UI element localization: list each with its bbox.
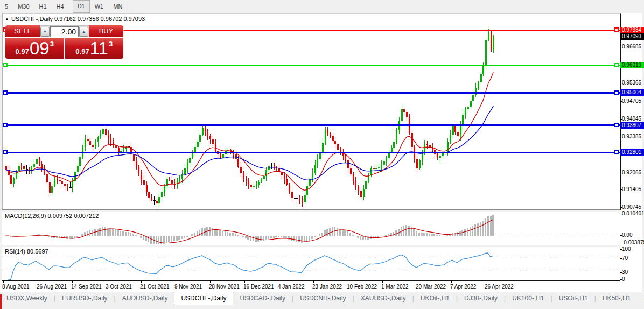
- date-tick: [176, 281, 176, 283]
- date-label: 10 Feb 2022: [347, 284, 377, 290]
- chart-tab-xauusd-daily[interactable]: XAUUSD-,Daily: [354, 292, 412, 305]
- chart-tab-dj30-daily[interactable]: DJ30-,Daily: [458, 292, 504, 305]
- volume-input[interactable]: 2.00: [50, 26, 79, 37]
- timeframe-button-h4[interactable]: H4: [52, 1, 69, 12]
- timeframe-button-w1[interactable]: W1: [90, 1, 109, 12]
- date-label: 26 Aug 2021: [37, 284, 67, 290]
- rsi-indicator-canvas[interactable]: [2, 247, 620, 281]
- chevron-up-icon: ▲: [82, 30, 86, 33]
- date-tick: [382, 281, 383, 283]
- rsi-label: RSI(14) 80.5697: [5, 248, 48, 255]
- ask-price-pipette: 3: [109, 40, 113, 48]
- chart-symbol-label: USDCHF-,Daily: [11, 16, 53, 22]
- date-tick: [72, 281, 73, 283]
- timeframe-button-5[interactable]: 5: [0, 1, 13, 12]
- bid-price-prefix: 0.97: [16, 47, 29, 55]
- date-label: 8 Aug 2021: [2, 284, 30, 290]
- date-tick: [244, 281, 245, 283]
- timeframe-toolbar: 5M30H1H4D1W1MN: [0, 0, 644, 12]
- date-label: 7 Apr 2022: [450, 284, 476, 290]
- bid-price-pipette: 3: [50, 40, 54, 48]
- chart-tab-eurusd-daily[interactable]: EURUSD-,Daily: [55, 292, 114, 305]
- chart-ohlc-values: 0.97162 0.97356 0.96702 0.97093: [54, 16, 145, 22]
- toolbar-separator: [129, 2, 129, 11]
- collapse-arrow-icon[interactable]: ▲: [5, 17, 9, 22]
- macd-label: MACD(12,26,9) 0.009752 0.007212: [5, 213, 99, 219]
- volume-increase-button[interactable]: ▲: [79, 27, 88, 37]
- date-label: 4 Jan 2022: [278, 284, 305, 290]
- timeframe-button-mn[interactable]: MN: [108, 1, 127, 12]
- date-label: 28 Nov 2021: [209, 284, 240, 290]
- chart-tab-usoil-h1[interactable]: USOil-,H1: [552, 292, 594, 305]
- date-label: 1 Mar 2022: [381, 284, 409, 290]
- toolbar-separator: [71, 2, 71, 11]
- date-tick: [451, 281, 452, 283]
- date-tick: [210, 281, 211, 283]
- date-tick: [38, 281, 38, 283]
- ask-price-button[interactable]: 0.97 11 3: [65, 38, 124, 59]
- application-window: 5M30H1H4D1W1MN ▲USDCHF-,Daily 0.97162 0.…: [0, 0, 644, 309]
- chart-title: ▲USDCHF-,Daily 0.97162 0.97356 0.96702 0…: [5, 16, 145, 22]
- ask-price-big-digits: 11: [90, 39, 108, 58]
- chart-tab-audusd-daily[interactable]: AUDUSD-,Daily: [116, 292, 174, 305]
- volume-spinner: ▼ 2.00 ▲: [40, 25, 89, 37]
- sell-button[interactable]: SELL: [5, 25, 40, 37]
- chart-tab-usdchf-daily[interactable]: USDCHF-,Daily: [174, 292, 233, 305]
- date-tick: [348, 281, 348, 283]
- volume-decrease-button[interactable]: ▼: [40, 27, 50, 37]
- date-tick: [417, 281, 417, 283]
- bid-price-button[interactable]: 0.97 09 3: [5, 38, 64, 59]
- date-label: 14 Sep 2021: [71, 284, 102, 290]
- date-tick: [141, 281, 142, 283]
- date-tick: [486, 281, 486, 283]
- date-tick: [313, 281, 314, 283]
- date-label: 21 Oct 2021: [140, 284, 169, 290]
- chart-tab-usdcad-daily[interactable]: USDCAD-,Daily: [233, 292, 292, 305]
- date-label: 20 Mar 2022: [416, 284, 446, 290]
- one-click-trading-panel: SELL ▼ 2.00 ▲ BUY 0.97 09 3 0.97 11 3: [5, 25, 123, 59]
- tab-scroll-arrows: ◄►: [637, 292, 644, 305]
- date-tick: [3, 281, 4, 283]
- ask-price-prefix: 0.97: [75, 47, 89, 55]
- date-axis[interactable]: 8 Aug 202126 Aug 202114 Sep 20213 Oct 20…: [0, 281, 619, 292]
- timeframe-button-m30[interactable]: M30: [13, 1, 34, 12]
- date-tick: [107, 281, 107, 283]
- chevron-down-icon: ▼: [43, 30, 47, 33]
- date-label: 16 Dec 2021: [243, 284, 274, 290]
- docked-window-indicator: [0, 294, 2, 309]
- chart-tab-usdcnh-daily[interactable]: USDCNH-,Daily: [293, 292, 352, 305]
- date-label: 3 Oct 2021: [106, 284, 132, 290]
- date-tick: [279, 281, 279, 283]
- date-label: 26 Apr 2022: [485, 284, 514, 290]
- chart-tab-ukoil-h1[interactable]: UKOil-,H1: [414, 292, 456, 305]
- buy-button[interactable]: BUY: [89, 25, 123, 37]
- timeframe-button-d1[interactable]: D1: [73, 0, 90, 13]
- date-label: 23 Jan 2022: [312, 284, 342, 290]
- chart-tab-hk50-h1[interactable]: HK50-,H1: [596, 292, 638, 305]
- chart-tab-bar: USDX,Weekly|EURUSD-,Daily|AUDUSD-,DailyU…: [0, 292, 644, 309]
- bid-price-big-digits: 09: [30, 39, 50, 58]
- chart-tab-uk100-h1[interactable]: UK100-,H1: [506, 292, 550, 305]
- chart-tab-usdx-weekly[interactable]: USDX,Weekly: [0, 292, 54, 305]
- timeframe-button-h1[interactable]: H1: [34, 1, 52, 12]
- date-label: 9 Nov 2021: [174, 284, 202, 290]
